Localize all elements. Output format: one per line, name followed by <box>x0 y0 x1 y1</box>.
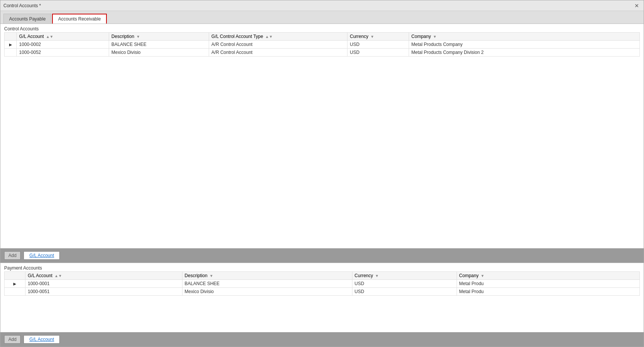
tab-bar: Accounts Payable Accounts Receivable <box>0 11 644 24</box>
pay-col-header-arrow <box>5 272 25 280</box>
col-header-company[interactable]: Company ▼ <box>409 33 640 41</box>
cell-gl: 1000-0002 <box>17 41 109 49</box>
control-accounts-add-button[interactable]: Add <box>4 251 21 260</box>
pay-sort-desc-icon: ▼ <box>209 274 213 278</box>
main-window: Control Accounts * ✕ Accounts Payable Ac… <box>0 0 644 347</box>
payment-accounts-toolbar: Add G/L Account <box>0 332 644 347</box>
control-accounts-label: Control Accounts <box>0 24 644 32</box>
pay-cell-gl: 1000-0051 <box>25 288 182 296</box>
cell-desc: BALANCE SHEE <box>109 41 209 49</box>
payment-accounts-section: Payment Accounts G/L Account ▲▼ Descript… <box>0 263 644 347</box>
pay-col-header-currency[interactable]: Currency ▼ <box>352 272 457 280</box>
pay-sort-company-icon: ▼ <box>481 274 484 278</box>
pay-col-header-desc[interactable]: Description ▼ <box>182 272 352 280</box>
control-accounts-gl-button[interactable]: G/L Account <box>24 251 60 260</box>
tab-accounts-payable[interactable]: Accounts Payable <box>3 14 51 24</box>
cell-desc: Mexico Divisio <box>109 49 209 57</box>
cell-type: A/R Control Account <box>209 49 347 57</box>
sort-type-icon: ▲▼ <box>265 35 273 39</box>
sort-company-icon: ▼ <box>433 35 437 39</box>
pay-sort-currency-icon: ▼ <box>375 274 379 278</box>
cell-currency: USD <box>347 49 409 57</box>
title-bar: Control Accounts * ✕ <box>0 0 644 11</box>
col-header-gl[interactable]: G/L Account ▲▼ <box>17 33 109 41</box>
close-button[interactable]: ✕ <box>633 3 641 9</box>
pay-cell-company: Metal Produ <box>457 280 639 288</box>
pay-row-expander[interactable]: ▶ <box>5 280 25 288</box>
table-row[interactable]: ▶ 1000-0001 BALANCE SHEE USD Metal Produ <box>5 280 640 288</box>
pay-cell-desc: Mexico Divisio <box>182 288 352 296</box>
row-expander[interactable]: ▶ <box>5 41 17 49</box>
row-expander <box>5 49 17 57</box>
sort-currency-icon: ▼ <box>370 35 374 39</box>
control-accounts-table: G/L Account ▲▼ Description ▼ G/L Control… <box>4 32 640 57</box>
sort-gl-icon: ▲▼ <box>46 35 54 39</box>
payment-accounts-table: G/L Account ▲▼ Description ▼ Currency ▼ <box>4 271 640 296</box>
control-accounts-grid: G/L Account ▲▼ Description ▼ G/L Control… <box>0 32 644 248</box>
tab-accounts-receivable[interactable]: Accounts Receivable <box>52 14 107 24</box>
control-accounts-section: Control Accounts G/L Account ▲▼ Descript… <box>0 24 644 263</box>
cell-currency: USD <box>347 41 409 49</box>
pay-cell-company: Metal Produ <box>457 288 639 296</box>
cell-type: A/R Control Account <box>209 41 347 49</box>
control-accounts-toolbar: Add G/L Account <box>0 248 644 263</box>
pay-cell-currency: USD <box>352 288 457 296</box>
pay-sort-gl-icon: ▲▼ <box>54 274 62 278</box>
payment-accounts-label: Payment Accounts <box>0 263 644 271</box>
col-header-currency[interactable]: Currency ▼ <box>347 33 409 41</box>
payment-accounts-add-button[interactable]: Add <box>4 335 21 344</box>
pay-cell-currency: USD <box>352 280 457 288</box>
col-header-desc[interactable]: Description ▼ <box>109 33 209 41</box>
table-row[interactable]: 1000-0051 Mexico Divisio USD Metal Produ <box>5 288 640 296</box>
table-row[interactable]: ▶ 1000-0002 BALANCE SHEE A/R Control Acc… <box>5 41 640 49</box>
sort-desc-icon: ▼ <box>136 35 140 39</box>
payment-accounts-grid: G/L Account ▲▼ Description ▼ Currency ▼ <box>0 271 644 332</box>
pay-col-header-gl[interactable]: G/L Account ▲▼ <box>25 272 182 280</box>
cell-company: Metal Products Company Division 2 <box>409 49 640 57</box>
window-title: Control Accounts * <box>3 3 41 8</box>
payment-accounts-gl-button[interactable]: G/L Account <box>24 335 60 344</box>
cell-company: Metal Products Company <box>409 41 640 49</box>
col-header-type[interactable]: G/L Control Account Type ▲▼ <box>209 33 347 41</box>
pay-cell-desc: BALANCE SHEE <box>182 280 352 288</box>
cell-gl: 1000-0052 <box>17 49 109 57</box>
col-header-arrow <box>5 33 17 41</box>
table-row[interactable]: 1000-0052 Mexico Divisio A/R Control Acc… <box>5 49 640 57</box>
pay-col-header-company[interactable]: Company ▼ <box>457 272 639 280</box>
content-area: Control Accounts G/L Account ▲▼ Descript… <box>0 24 644 347</box>
pay-cell-gl: 1000-0001 <box>25 280 182 288</box>
pay-row-expander <box>5 288 25 296</box>
